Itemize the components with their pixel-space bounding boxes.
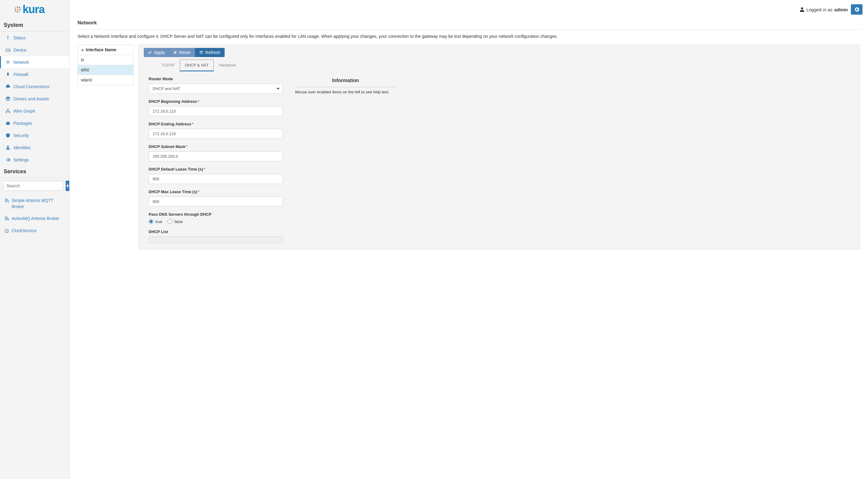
cloud-icon <box>5 84 10 89</box>
fire-icon <box>5 72 10 77</box>
service-label: ClockService <box>11 228 37 234</box>
svg-rect-14 <box>6 122 10 125</box>
gear-icon <box>5 157 10 162</box>
pass-dns-label: Pass DNS Servers through DHCP <box>149 212 283 217</box>
router-mode-select[interactable]: DHCP and NAT <box>149 84 283 94</box>
tab-tcp-ip[interactable]: TCP/IP <box>157 60 180 71</box>
nav-label: Firewall <box>13 72 28 77</box>
settings-button[interactable] <box>851 4 863 14</box>
user-icon <box>5 145 10 150</box>
sidebar-item-cloud-connections[interactable]: Cloud Connections <box>0 81 69 93</box>
check-icon <box>148 51 152 54</box>
service-item[interactable]: ClockService <box>0 225 69 237</box>
end-addr-input[interactable] <box>149 129 283 139</box>
true-label: true <box>155 219 162 224</box>
info-title: Information <box>295 78 396 83</box>
subnet-label: DHCP Subnet Mask* <box>149 144 283 149</box>
pass-dns-true-radio[interactable] <box>149 219 154 224</box>
divider <box>78 29 860 30</box>
topbar: Logged in as admin <box>70 0 868 14</box>
main: Logged in as admin Network Select a Netw… <box>70 0 868 479</box>
max-lease-input[interactable] <box>149 196 283 206</box>
nav-label: Settings <box>13 157 29 162</box>
form-column: Router Mode DHCP and NAT DHCP Beginning … <box>149 76 283 243</box>
pass-dns-false-radio[interactable] <box>167 219 173 224</box>
sidebar-item-settings[interactable]: Settings <box>0 154 69 166</box>
interface-header[interactable]: Interface Name <box>78 45 133 55</box>
default-lease-label: DHCP Default Lease Time (s)* <box>149 167 283 171</box>
nav-label: Drivers and Assets <box>13 96 49 101</box>
pass-dns-true[interactable]: true <box>149 219 162 224</box>
interface-item-wlan0[interactable]: wlan0 <box>78 75 133 85</box>
svg-point-5 <box>20 9 21 10</box>
wifi-icon <box>5 60 10 65</box>
nav-label: Cloud Connections <box>13 84 50 89</box>
subnet-input[interactable] <box>149 151 283 161</box>
dhcp-list-label: DHCP List <box>149 229 283 234</box>
system-section-title: System <box>0 20 69 31</box>
divider <box>295 87 396 87</box>
sidebar-item-drivers-and-assets[interactable]: Drivers and Assets <box>0 93 69 105</box>
exclamation-icon <box>5 35 10 40</box>
sidebar-item-device[interactable]: Device <box>0 44 69 56</box>
briefcase-icon <box>5 121 10 126</box>
false-label: false <box>174 219 183 224</box>
svg-point-4 <box>17 9 19 10</box>
clock-icon <box>4 228 9 233</box>
sidebar-item-wire-graph[interactable]: Wire Graph <box>0 105 69 117</box>
end-addr-label: DHCP Ending Address* <box>149 122 283 126</box>
search-input[interactable] <box>3 181 63 191</box>
sitemap-icon <box>5 108 10 114</box>
page-description: Select a Network Interface and configure… <box>78 33 860 40</box>
interface-item-lo[interactable]: lo <box>78 55 133 65</box>
sidebar: kura System StatusDeviceNetworkFirewallC… <box>0 0 70 479</box>
svg-point-7 <box>17 11 18 12</box>
service-item[interactable]: ActiveMQ Artemis Broker <box>0 213 69 225</box>
logged-in-text: Logged in as <box>806 7 833 12</box>
gear-icon <box>854 7 859 12</box>
begin-addr-input[interactable] <box>149 106 283 116</box>
svg-point-10 <box>9 50 9 51</box>
nav-label: Packages <box>13 121 32 126</box>
shield-icon <box>5 133 10 138</box>
tab-hardware[interactable]: Hardware <box>214 60 241 71</box>
sidebar-item-firewall[interactable]: Firewall <box>0 68 69 81</box>
page-title: Network <box>78 14 860 29</box>
router-mode-label: Router Mode <box>149 76 283 81</box>
svg-point-11 <box>7 109 8 110</box>
svg-point-6 <box>15 11 17 12</box>
interface-list-panel: Interface Name loeth0wlan0 <box>78 44 134 85</box>
sidebar-item-identities[interactable]: Identities <box>0 141 69 154</box>
default-lease-input[interactable] <box>149 174 283 184</box>
sidebar-item-packages[interactable]: Packages <box>0 117 69 129</box>
refresh-button[interactable]: Refresh <box>195 48 225 57</box>
service-label: Simple Artemis MQTT Broker <box>11 198 65 210</box>
tabs: TCP/IPDHCP & NATHardware <box>157 60 855 72</box>
service-label: ActiveMQ Artemis Broker <box>11 216 59 222</box>
sidebar-item-security[interactable]: Security <box>0 129 69 141</box>
sidebar-item-status[interactable]: Status <box>0 32 69 44</box>
max-lease-label: DHCP Max Lease Time (s)* <box>149 189 283 194</box>
svg-point-8 <box>19 11 20 12</box>
apply-label: Apply <box>154 50 165 55</box>
sidebar-item-network[interactable]: Network <box>0 56 69 68</box>
logged-in-label: Logged in as admin <box>800 7 848 12</box>
service-item[interactable]: Simple Artemis MQTT Broker <box>0 195 69 213</box>
begin-addr-label: DHCP Beginning Address* <box>149 99 283 104</box>
pass-dns-false[interactable]: false <box>167 219 183 224</box>
interface-item-eth0[interactable]: eth0 <box>78 65 133 75</box>
nav-label: Identities <box>13 145 31 150</box>
dhcp-list-box[interactable] <box>149 236 283 243</box>
button-row: Apply Reset Refresh <box>144 48 855 57</box>
svg-point-2 <box>19 7 20 8</box>
tab-dhcp-nat[interactable]: DHCP & NAT <box>180 60 214 71</box>
close-icon <box>174 51 177 54</box>
user-icon <box>800 7 805 12</box>
apply-button[interactable]: Apply <box>144 48 169 57</box>
svg-point-12 <box>6 111 7 113</box>
reset-label: Reset <box>179 50 190 55</box>
add-service-button[interactable] <box>66 181 70 191</box>
reset-button[interactable]: Reset <box>169 48 195 57</box>
nav-label: Network <box>13 60 29 65</box>
rss-icon <box>4 216 9 221</box>
